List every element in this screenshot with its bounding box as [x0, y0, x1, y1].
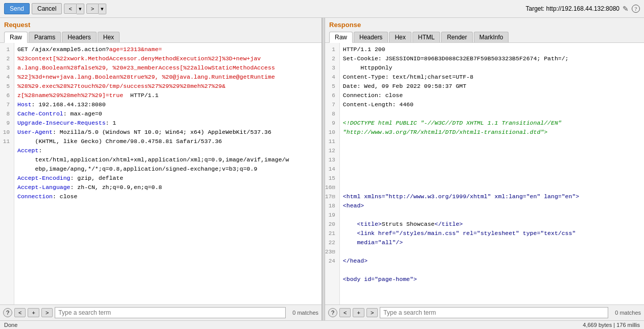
- response-tab-bar: Raw Headers Hex HTML Render MarkInfo: [325, 31, 644, 43]
- request-title: Request: [0, 18, 321, 31]
- send-button[interactable]: Send: [4, 3, 30, 14]
- request-line-numbers: 12345 678910 11: [0, 43, 14, 304]
- request-tab-hex[interactable]: Hex: [98, 32, 120, 42]
- request-tab-bar: Raw Params Headers Hex: [0, 31, 321, 43]
- response-line-numbers: 12345 678910 1112131415 16⊟17⊟181920 212…: [325, 43, 340, 304]
- response-title: Response: [325, 18, 644, 31]
- response-tab-headers[interactable]: Headers: [354, 32, 388, 42]
- response-search-prev[interactable]: <: [339, 308, 351, 317]
- edit-icon[interactable]: ✎: [623, 5, 629, 13]
- request-search-bar: ? < + > 0 matches: [0, 304, 321, 320]
- request-tab-headers[interactable]: Headers: [62, 32, 96, 42]
- request-search-forward[interactable]: >: [41, 308, 53, 317]
- main-content: Request Raw Params Headers Hex 12345 678…: [0, 18, 644, 320]
- response-search-forward[interactable]: >: [366, 308, 378, 317]
- response-search-input[interactable]: [380, 307, 608, 318]
- request-code-scroll: 12345 678910 11 GET /ajax/example5.actio…: [0, 43, 321, 304]
- response-tab-render[interactable]: Render: [441, 32, 472, 42]
- status-right: 4,669 bytes | 176 millis: [583, 322, 640, 328]
- response-code-content[interactable]: HTTP/1.1 200 Set-Cookie: JSESSIONID=896B…: [340, 43, 644, 304]
- response-tab-markinfo[interactable]: MarkInfo: [474, 32, 509, 42]
- request-panel: Request Raw Params Headers Hex 12345 678…: [0, 18, 322, 320]
- response-panel: Response Raw Headers Hex HTML Render Mar…: [325, 18, 644, 320]
- info-icon[interactable]: ?: [632, 5, 640, 13]
- response-tab-html[interactable]: HTML: [412, 32, 441, 42]
- request-search-prev[interactable]: <: [14, 308, 26, 317]
- request-tab-params[interactable]: Params: [29, 32, 61, 42]
- response-code-scroll: 12345 678910 1112131415 16⊟17⊟181920 212…: [325, 43, 644, 304]
- nav-forward-arrow-button[interactable]: ▾: [99, 4, 106, 14]
- nav-back-arrow-button[interactable]: ▾: [77, 4, 84, 14]
- request-search-input[interactable]: [55, 307, 286, 318]
- response-search-bar: ? < + > 0 matches: [325, 304, 644, 320]
- request-code-content[interactable]: GET /ajax/example5.action?age=12313&name…: [14, 43, 321, 304]
- response-tab-hex[interactable]: Hex: [389, 32, 411, 42]
- target-info-area: Target: http://192.168.44.132:8080 ✎ ?: [526, 5, 640, 13]
- request-help-button[interactable]: ?: [3, 308, 12, 317]
- response-help-button[interactable]: ?: [328, 308, 337, 317]
- nav-back-button[interactable]: <: [64, 4, 76, 14]
- request-code-inner[interactable]: 12345 678910 11 GET /ajax/example5.actio…: [0, 43, 321, 304]
- cancel-button[interactable]: Cancel: [32, 3, 62, 14]
- status-bar: Done 4,669 bytes | 176 millis: [0, 320, 644, 329]
- response-search-next-btn[interactable]: +: [353, 308, 364, 317]
- request-search-matches: 0 matches: [288, 310, 318, 316]
- response-tab-raw[interactable]: Raw: [329, 32, 353, 43]
- request-search-next-btn[interactable]: +: [28, 308, 39, 317]
- nav-forward-button[interactable]: >: [86, 4, 99, 14]
- response-code-inner[interactable]: 12345 678910 1112131415 16⊟17⊟181920 212…: [325, 43, 644, 304]
- request-tab-raw[interactable]: Raw: [4, 32, 28, 43]
- response-search-matches: 0 matches: [610, 310, 641, 316]
- toolbar: Send Cancel < ▾ > ▾ Target: http://192.1…: [0, 0, 644, 18]
- nav-forward-group: > ▾: [86, 4, 106, 14]
- status-left: Done: [4, 322, 17, 328]
- nav-back-group: < ▾: [64, 4, 84, 14]
- target-label: Target: http://192.168.44.132:8080: [526, 5, 619, 12]
